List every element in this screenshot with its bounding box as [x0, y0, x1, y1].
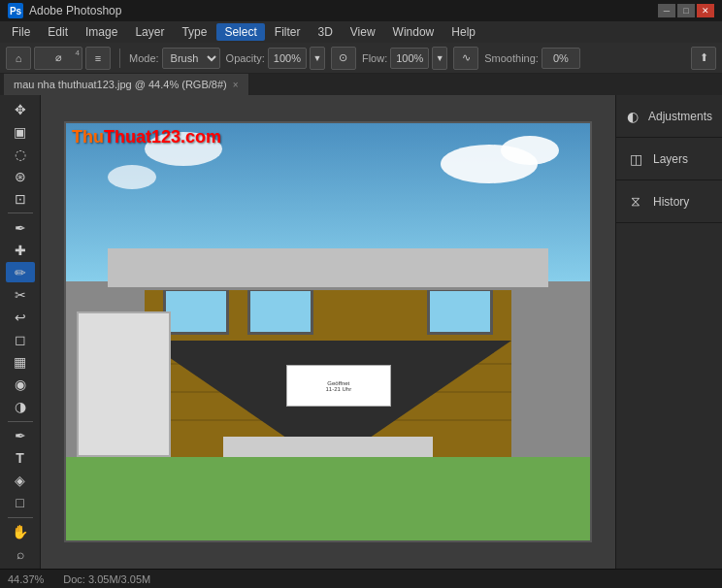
- tool-divider-3: [8, 517, 33, 518]
- mode-label: Mode:: [129, 52, 159, 64]
- pen-tool[interactable]: ✒: [6, 426, 35, 446]
- mode-group: Mode: Brush Pencil: [129, 48, 220, 69]
- menu-type[interactable]: Type: [174, 23, 214, 41]
- adjustments-panel-item[interactable]: ◐ Adjustments: [616, 95, 722, 138]
- smoothing-label: Smoothing:: [484, 52, 539, 64]
- tool-divider-1: [8, 212, 33, 213]
- mode-select[interactable]: Brush Pencil: [162, 48, 220, 69]
- pressure-button[interactable]: ⊙: [331, 47, 356, 70]
- left-toolbar: ✥ ▣ ◌ ⊛ ⊡ ✒ ✚ ✏ ✂ ↩ ◻ ▦ ◉ ◑ ✒ T ◈ □ ✋ ⌕: [0, 95, 41, 569]
- menu-edit[interactable]: Edit: [40, 23, 76, 41]
- main-area: ✥ ▣ ◌ ⊛ ⊡ ✒ ✚ ✏ ✂ ↩ ◻ ▦ ◉ ◑ ✒ T ◈ □ ✋ ⌕ …: [0, 95, 722, 569]
- app-name: Adobe Photoshop: [29, 4, 121, 17]
- zoom-level: 44.37%: [8, 573, 44, 585]
- window-3: [427, 288, 493, 335]
- brush-options-button[interactable]: ⌀ 4: [34, 47, 82, 70]
- gradient-tool[interactable]: ▦: [6, 352, 35, 373]
- layers-panel-item[interactable]: ◫ Layers: [616, 138, 722, 180]
- dodge-tool[interactable]: ◑: [6, 397, 35, 417]
- healing-tool[interactable]: ✚: [6, 240, 35, 260]
- menu-3d[interactable]: 3D: [310, 23, 340, 41]
- menu-window[interactable]: Window: [385, 23, 443, 41]
- shape-tool[interactable]: □: [6, 493, 35, 513]
- status-bar: 44.37% Doc: 3.05M/3.05M: [0, 569, 722, 588]
- right-panel: ◐ Adjustments ◫ Layers ⧖ History: [615, 95, 722, 569]
- ground-layer: [66, 457, 590, 540]
- menu-view[interactable]: View: [343, 23, 383, 41]
- cloud-4: [108, 165, 156, 189]
- history-icon: ⧖: [626, 192, 645, 212]
- divider-1: [119, 49, 120, 68]
- menu-file[interactable]: File: [4, 23, 38, 41]
- menu-select[interactable]: Select: [216, 23, 264, 41]
- menu-help[interactable]: Help: [443, 23, 483, 41]
- flow-label: Flow:: [362, 52, 387, 64]
- layers-icon: ◫: [626, 149, 645, 169]
- clone-tool[interactable]: ✂: [6, 284, 35, 305]
- opacity-group: Opacity: ▼: [226, 47, 325, 70]
- history-brush-tool[interactable]: ↩: [6, 308, 35, 328]
- menu-bar: File Edit Image Layer Type Select Filter…: [0, 21, 722, 43]
- hand-tool[interactable]: ✋: [6, 522, 35, 542]
- doc-info: Doc: 3.05M/3.05M: [63, 573, 150, 585]
- zoom-tool[interactable]: ⌕: [6, 544, 35, 565]
- history-panel-item[interactable]: ⧖ History: [616, 180, 722, 223]
- opacity-input[interactable]: [268, 48, 307, 69]
- eraser-tool[interactable]: ◻: [6, 330, 35, 350]
- flow-input[interactable]: [390, 48, 429, 69]
- menu-filter[interactable]: Filter: [267, 23, 309, 41]
- cloud-3: [145, 132, 222, 166]
- marquee-tool[interactable]: ▣: [6, 121, 35, 142]
- menu-image[interactable]: Image: [78, 23, 125, 41]
- title-bar: Ps Adobe Photoshop ─ □ ✕: [0, 0, 722, 21]
- path-select-tool[interactable]: ◈: [6, 471, 35, 491]
- concrete-pad: [223, 437, 433, 458]
- canvas-tab[interactable]: mau nha thuthuat123.jpg @ 44.4% (RGB/8#)…: [4, 74, 249, 95]
- history-label: History: [653, 195, 689, 209]
- menu-layer[interactable]: Layer: [127, 23, 172, 41]
- maximize-button[interactable]: □: [677, 4, 695, 17]
- smoothing-input[interactable]: [542, 48, 580, 69]
- close-button[interactable]: ✕: [697, 4, 714, 17]
- app-icon: Ps: [8, 3, 23, 18]
- tool-divider-2: [8, 421, 33, 422]
- toolbar: ⌂ ⌀ 4 ≡ Mode: Brush Pencil Opacity: ▼ ⊙ …: [0, 43, 722, 74]
- canvas-image: ThuThuat123.com: [66, 123, 590, 540]
- title-bar-controls[interactable]: ─ □ ✕: [658, 4, 714, 17]
- home-button[interactable]: ⌂: [6, 47, 31, 70]
- tab-label: mau nha thuthuat123.jpg @ 44.4% (RGB/8#): [14, 79, 227, 90]
- brush-preset-button[interactable]: ≡: [85, 47, 111, 70]
- layers-label: Layers: [653, 152, 688, 166]
- blur-tool[interactable]: ◉: [6, 375, 35, 395]
- brush-icon: ⌀: [55, 51, 62, 64]
- opacity-label: Opacity:: [226, 52, 265, 64]
- minimize-button[interactable]: ─: [658, 4, 675, 17]
- cloud-2: [501, 136, 559, 165]
- toolbar-nav-group: ⌂ ⌀ 4 ≡: [6, 47, 111, 70]
- brush-number-badge: 4: [76, 49, 80, 57]
- flow-options-button[interactable]: ▼: [432, 47, 447, 70]
- window-2: [247, 288, 313, 335]
- crop-tool[interactable]: ⊡: [6, 188, 35, 209]
- flat-roof: [108, 248, 548, 290]
- flow-group: Flow: ▼: [362, 47, 447, 70]
- left-structure: [77, 311, 171, 458]
- lasso-tool[interactable]: ◌: [6, 144, 35, 164]
- airbrush-button[interactable]: ∿: [453, 47, 478, 70]
- house-sign: Geöffnet11-21 Uhr: [286, 365, 391, 407]
- move-tool[interactable]: ✥: [6, 99, 35, 119]
- eyedropper-tool[interactable]: ✒: [6, 217, 35, 238]
- type-tool[interactable]: T: [6, 448, 35, 469]
- canvas-area[interactable]: ThuThuat123.com: [41, 95, 615, 569]
- opacity-options-button[interactable]: ▼: [310, 47, 325, 70]
- smoothing-group: Smoothing:: [484, 48, 580, 69]
- tab-close-button[interactable]: ×: [233, 80, 239, 90]
- quick-select-tool[interactable]: ⊛: [6, 166, 35, 186]
- title-bar-left: Ps Adobe Photoshop: [8, 3, 121, 18]
- tab-bar: mau nha thuthuat123.jpg @ 44.4% (RGB/8#)…: [0, 74, 722, 95]
- brush-tool[interactable]: ✏: [6, 262, 35, 282]
- window-1: [163, 288, 229, 335]
- share-button[interactable]: ⬆: [691, 47, 716, 70]
- adjustments-label: Adjustments: [648, 110, 712, 123]
- adjustments-icon: ◐: [626, 107, 640, 126]
